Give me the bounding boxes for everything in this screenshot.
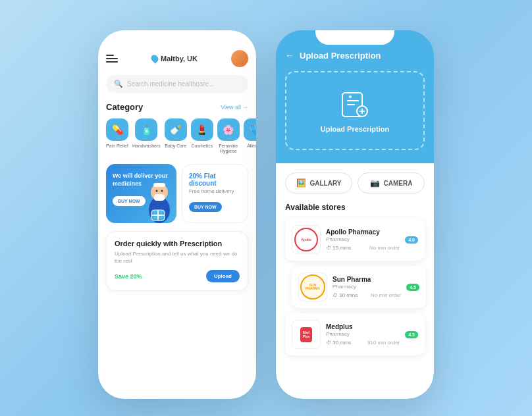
store-card-medplus[interactable]: MedPlus Medplus Pharmacy ⏱ 30 mins $10 m… xyxy=(285,313,425,355)
right-phone-content: ← Upload Prescription Upload Prescriptio… xyxy=(276,30,434,399)
sun-name: Sun Pharma xyxy=(332,276,401,283)
svg-point-13 xyxy=(349,95,352,98)
upload-prescription-icon xyxy=(339,88,371,120)
camera-button[interactable]: 📷 CAMERA xyxy=(358,172,425,194)
svg-rect-3 xyxy=(153,183,165,187)
gallery-icon: 🖼️ xyxy=(296,178,306,188)
category-cosmetics[interactable]: 💄 Cosmetics xyxy=(191,118,213,155)
gallery-camera-row: 🖼️ GALLARY 📷 CAMERA xyxy=(285,172,425,194)
apollo-min-order: No min order xyxy=(369,245,400,251)
medplus-meta: ⏱ 30 mins $10 min order xyxy=(326,340,400,346)
gallery-button[interactable]: 🖼️ GALLARY xyxy=(285,172,352,194)
sun-min-order: No min order xyxy=(371,292,401,298)
apollo-logo: Apollo xyxy=(292,225,321,254)
store-card-sun[interactable]: SUNPHARMA Sun Pharma Pharmacy ⏱ 30 mins … xyxy=(292,266,426,308)
apollo-badge: 4.0 xyxy=(405,236,418,244)
back-arrow-icon[interactable]: ← xyxy=(285,50,294,61)
baby-care-label: Baby Care xyxy=(165,143,186,149)
category-feminine-hygiene[interactable]: 🌸 Feminine Hygiene xyxy=(217,118,240,155)
sun-time: ⏱ 30 mins xyxy=(332,292,358,298)
apollo-time: ⏱ 15 mins xyxy=(326,245,351,251)
upload-button[interactable]: Upload xyxy=(206,270,240,282)
doctor-illustration xyxy=(142,174,176,223)
sun-info: Sun Pharma Pharmacy ⏱ 30 mins No min ord… xyxy=(332,276,401,298)
camera-label: CAMERA xyxy=(384,180,413,187)
camera-icon: 📷 xyxy=(370,178,380,188)
cosmetics-label: Cosmetics xyxy=(191,143,213,149)
medplus-logo: MedPlus xyxy=(292,320,321,349)
back-row: ← Upload Prescription xyxy=(285,50,425,61)
location-display: Maltby, UK xyxy=(151,55,198,63)
right-phone: ← Upload Prescription Upload Prescriptio… xyxy=(276,30,434,399)
sun-badge: 4.5 xyxy=(406,284,419,291)
discount-text: 20% Flat discount xyxy=(189,172,241,187)
svg-point-10 xyxy=(161,190,163,192)
apollo-name: Apollo Pharmacy xyxy=(326,228,400,236)
medplus-min-order: $10 min order xyxy=(367,340,400,346)
avatar[interactable] xyxy=(231,50,248,67)
sun-logo: SUNPHARMA xyxy=(298,273,327,301)
search-placeholder: Search medicine healthcare... xyxy=(127,80,214,88)
medplus-time: ⏱ 30 mins xyxy=(326,340,351,346)
medplus-badge: 4.5 xyxy=(405,331,418,338)
available-stores-title: Available stores xyxy=(285,203,425,212)
sun-meta: ⏱ 30 mins No min order xyxy=(332,292,401,298)
upload-section: ← Upload Prescription Upload Prescriptio… xyxy=(276,30,434,163)
search-icon: 🔍 xyxy=(114,80,123,88)
left-phone-content: Maltby, UK 🔍 Search medicine healthcare.… xyxy=(98,30,256,399)
location-icon xyxy=(149,53,160,64)
discount-banner: 20% Flat discount Free home delivery BUY… xyxy=(182,164,248,223)
medplus-type: Pharmacy xyxy=(326,331,400,337)
ailment-icon: 🩺 xyxy=(244,118,256,141)
buy-now-button-left[interactable]: BUY NOW xyxy=(113,196,146,206)
save-text: Save 20% xyxy=(115,273,142,280)
buy-now-button-right[interactable]: BUY NOW xyxy=(189,202,222,212)
category-pain-relief[interactable]: 💊 Pain Relief xyxy=(106,118,128,155)
sun-type: Pharmacy xyxy=(332,284,401,290)
hamburger-menu[interactable] xyxy=(106,55,118,63)
prescription-sub: Upload Prescription and tell us what you… xyxy=(115,250,240,265)
category-handwashers[interactable]: 🧴 Handwashers xyxy=(132,118,161,155)
banners: We will deliver your medicines BUY NOW xyxy=(106,164,248,223)
prescription-card: Order quickly with Prescription Upload P… xyxy=(106,231,248,291)
right-phone-notch xyxy=(315,30,394,45)
pain-relief-label: Pain Relief xyxy=(106,143,128,149)
prescription-title: Order quickly with Prescription xyxy=(115,240,240,247)
apollo-info: Apollo Pharmacy Pharmacy ⏱ 15 mins No mi… xyxy=(326,228,400,251)
category-ailment[interactable]: 🩺 Ailment xyxy=(244,118,256,155)
delivery-banner: We will deliver your medicines BUY NOW xyxy=(106,164,176,223)
location-text: Maltby, UK xyxy=(161,55,198,63)
view-all-link[interactable]: View all → xyxy=(221,104,248,111)
medplus-name: Medplus xyxy=(326,323,400,330)
pain-relief-icon: 💊 xyxy=(106,118,128,141)
apollo-meta: ⏱ 15 mins No min order xyxy=(326,245,400,251)
upload-box-label: Upload Prescription xyxy=(321,125,390,133)
handwashers-icon: 🧴 xyxy=(135,118,157,141)
upload-prescription-title: Upload Prescription xyxy=(300,51,381,61)
category-title: Category xyxy=(106,102,143,112)
svg-rect-2 xyxy=(154,194,165,201)
category-list: 💊 Pain Relief 🧴 Handwashers 🍼 Baby Care … xyxy=(106,118,248,155)
left-phone: Maltby, UK 🔍 Search medicine healthcare.… xyxy=(98,30,256,399)
header: Maltby, UK xyxy=(106,50,248,67)
svg-point-9 xyxy=(155,190,157,192)
stores-section: 🖼️ GALLARY 📷 CAMERA Available stores Apo… xyxy=(276,163,434,399)
store-card-apollo[interactable]: Apollo Apollo Pharmacy Pharmacy ⏱ 15 min… xyxy=(285,219,425,261)
apollo-type: Pharmacy xyxy=(326,236,400,242)
phone-notch xyxy=(138,30,217,45)
handwashers-label: Handwashers xyxy=(132,143,161,149)
feminine-hygiene-icon: 🌸 xyxy=(217,118,240,141)
search-bar[interactable]: 🔍 Search medicine healthcare... xyxy=(106,75,248,93)
delivery-text: Free home delivery xyxy=(189,188,241,194)
gallery-label: GALLARY xyxy=(310,180,342,187)
medplus-info: Medplus Pharmacy ⏱ 30 mins $10 min order xyxy=(326,323,400,346)
category-baby-care[interactable]: 🍼 Baby Care xyxy=(165,118,187,155)
prescription-footer: Save 20% Upload xyxy=(115,270,240,282)
ailment-label: Ailment xyxy=(247,143,256,149)
feminine-hygiene-label: Feminine Hygiene xyxy=(217,143,240,155)
category-header: Category View all → xyxy=(106,102,248,112)
cosmetics-icon: 💄 xyxy=(191,118,213,141)
upload-dropzone[interactable]: Upload Prescription xyxy=(285,71,425,150)
baby-care-icon: 🍼 xyxy=(165,118,187,141)
